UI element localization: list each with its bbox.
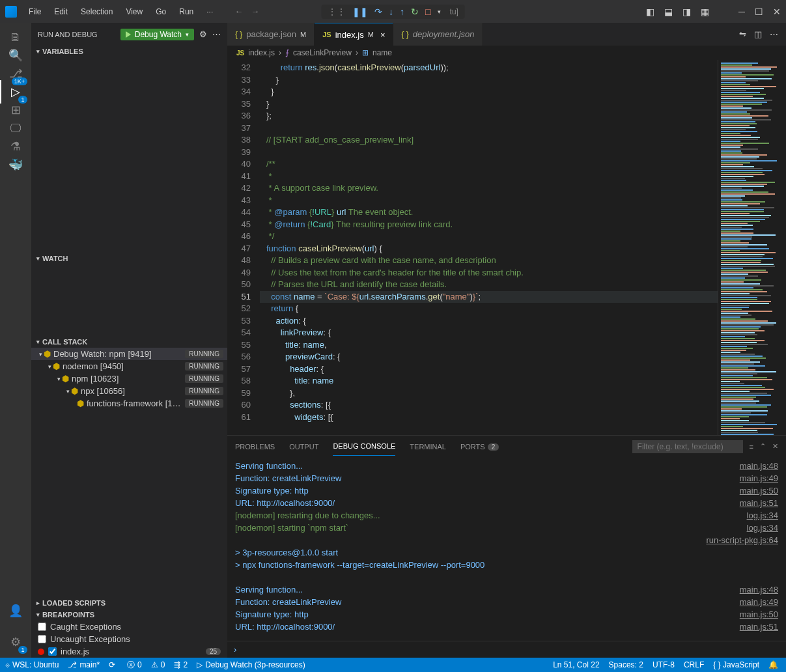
panel-tab-ports[interactable]: PORTS2	[460, 438, 499, 456]
layout-grid-icon[interactable]: ▦	[701, 7, 709, 17]
loaded-scripts-section-header[interactable]: ▸LOADED SCRIPTS	[31, 597, 227, 609]
stop-icon[interactable]: □	[425, 7, 430, 17]
drag-handle-icon[interactable]: ⋮⋮	[328, 7, 346, 17]
step-out-icon[interactable]: ↑	[400, 7, 404, 17]
menu-file[interactable]: File	[23, 5, 46, 19]
code-area[interactable]: 3233343536373839404142434445464748495051…	[227, 60, 786, 435]
source-link[interactable]: run-script-pkg.js:64	[706, 534, 778, 546]
maximize-icon[interactable]: ☐	[755, 7, 763, 17]
accounts-icon[interactable]: 👤	[7, 602, 25, 620]
remote-explorer-icon[interactable]: 🖵	[7, 119, 25, 137]
minimap[interactable]	[718, 60, 786, 435]
search-icon[interactable]: 🔍	[7, 46, 25, 64]
panel-tab-output[interactable]: OUTPUT	[289, 438, 318, 456]
panel-tab-debug-console[interactable]: DEBUG CONSOLE	[333, 437, 395, 456]
bp-uncaught-exceptions[interactable]: Uncaught Exceptions	[31, 633, 227, 645]
statusbar-item[interactable]: { } JavaScript	[713, 660, 759, 669]
debug-console-filter[interactable]	[632, 440, 743, 453]
menu-view[interactable]: View	[120, 5, 148, 19]
statusbar-item[interactable]: ⇶2	[174, 660, 188, 671]
pause-icon[interactable]: ❚❚	[352, 7, 368, 17]
source-control-icon[interactable]: ⎇1K+	[7, 64, 25, 83]
callstack-row[interactable]: ▾ ⬢Debug Watch: npm [9419]RUNNING	[31, 348, 227, 360]
code-content[interactable]: return res.json(caseLinkPreview(parsedUr…	[260, 60, 718, 435]
gear-icon[interactable]: ⚙	[199, 29, 207, 39]
statusbar-item[interactable]: ⎇main*	[68, 660, 100, 671]
callstack-row[interactable]: ▾ ⬢npx [10656]RUNNING	[31, 385, 227, 397]
source-link[interactable]: main.js:50	[740, 484, 778, 497]
explorer-icon[interactable]: 🗎	[7, 28, 25, 46]
settings-icon[interactable]: ⚙1	[7, 633, 25, 651]
more-actions-icon[interactable]: ⋯	[770, 29, 778, 39]
source-link[interactable]: log.js:34	[747, 522, 778, 534]
statusbar-item[interactable]: Ln 51, Col 22	[553, 660, 599, 669]
tab-package.json[interactable]: { }package.jsonM	[227, 23, 315, 46]
extensions-icon[interactable]: ⊞	[7, 101, 25, 119]
docker-icon[interactable]: 🐳	[7, 156, 25, 174]
statusbar-item[interactable]: ⟳	[109, 660, 118, 671]
breadcrumb[interactable]: JS index.js› ⨍ caseLinkPreview› ⊞ name	[227, 46, 786, 60]
callstack-row[interactable]: ⬢functions-framework [106…RUNNING	[31, 397, 227, 410]
step-over-icon[interactable]: ↷	[374, 7, 382, 17]
panel-tab-terminal[interactable]: TERMINAL	[410, 438, 446, 456]
menu-edit[interactable]: Edit	[49, 5, 73, 19]
callstack-row[interactable]: ▾ ⬢nodemon [9450]RUNNING	[31, 360, 227, 372]
bp-caught-exceptions[interactable]: Caught Exceptions	[31, 621, 227, 633]
source-link[interactable]: main.js:51	[740, 497, 778, 509]
statusbar-item[interactable]: ⟐WSL: Ubuntu	[5, 660, 59, 671]
variables-section-header[interactable]: ▾VARIABLES	[31, 46, 227, 57]
compare-changes-icon[interactable]: ⇋	[739, 29, 746, 39]
debug-console-input[interactable]: ›	[227, 641, 786, 658]
source-link[interactable]: main.js:48	[740, 460, 778, 472]
source-link[interactable]: log.js:34	[747, 509, 778, 522]
menu-go[interactable]: Go	[150, 5, 171, 19]
statusbar-item[interactable]: UTF-8	[653, 660, 675, 669]
menu-selection[interactable]: Selection	[76, 5, 118, 19]
debug-console-output[interactable]: Serving function...main.js:48Function: c…	[227, 457, 786, 641]
statusbar-item[interactable]: Spaces: 2	[609, 660, 643, 669]
source-link[interactable]: main.js:49	[740, 596, 778, 608]
layout-bottom-icon[interactable]: ⬓	[664, 7, 673, 17]
statusbar-item[interactable]: 🔔	[768, 660, 781, 669]
callstack-row[interactable]: ▾ ⬢npm [10623]RUNNING	[31, 372, 227, 385]
close-icon[interactable]: ✕	[773, 7, 781, 17]
chevron-up-icon[interactable]: ⌃	[760, 442, 766, 451]
command-center-text[interactable]: tu]	[450, 7, 458, 16]
bp-file-checkbox[interactable]	[48, 647, 57, 656]
tab-index.js[interactable]: JSindex.jsM×	[315, 23, 393, 46]
nav-back-icon[interactable]: ←	[234, 7, 243, 16]
run-debug-icon[interactable]: ▷1	[7, 83, 25, 101]
statusbar-item[interactable]: ⚠0	[151, 660, 165, 671]
source-link[interactable]: main.js:50	[740, 608, 778, 621]
menu-···[interactable]: ···	[201, 5, 218, 19]
debug-dropdown-icon[interactable]: ▾	[438, 8, 441, 15]
source-link[interactable]: main.js:48	[740, 583, 778, 596]
step-into-icon[interactable]: ↓	[389, 7, 393, 17]
menu-run[interactable]: Run	[174, 5, 199, 19]
restart-icon[interactable]: ↻	[411, 7, 419, 17]
close-tab-icon[interactable]: ×	[380, 30, 386, 40]
source-link[interactable]: main.js:51	[740, 621, 778, 633]
bp-file-indexjs[interactable]: index.js 25	[31, 645, 227, 658]
nav-forward-icon[interactable]: →	[251, 7, 259, 16]
bp-caught-checkbox[interactable]	[38, 623, 46, 631]
minimize-icon[interactable]: ─	[738, 7, 745, 17]
statusbar-item[interactable]: ⓧ0	[127, 660, 142, 671]
more-icon[interactable]: ⋯	[212, 29, 221, 39]
testing-icon[interactable]: ⚗	[7, 137, 25, 156]
layout-right-icon[interactable]: ◨	[682, 7, 691, 17]
tab-deployment.json[interactable]: { }deployment.json	[393, 23, 483, 46]
callstack-section-header[interactable]: ▾CALL STACK	[31, 336, 227, 348]
watch-section-header[interactable]: ▾WATCH	[31, 253, 227, 264]
source-link[interactable]: main.js:49	[740, 472, 778, 484]
split-editor-icon[interactable]: ◫	[754, 29, 762, 39]
layout-left-icon[interactable]: ◧	[646, 7, 654, 17]
breakpoints-section-header[interactable]: ▾BREAKPOINTS	[31, 609, 227, 621]
panel-tab-problems[interactable]: PROBLEMS	[235, 438, 275, 456]
statusbar-item[interactable]: ▷Debug Watch (3p-resources)	[197, 660, 305, 671]
close-panel-icon[interactable]: ✕	[772, 442, 778, 451]
statusbar-item[interactable]: CRLF	[684, 660, 704, 669]
start-debug-button[interactable]: Debug Watch ▾	[120, 29, 194, 40]
word-wrap-icon[interactable]: ≡	[750, 443, 753, 451]
bp-uncaught-checkbox[interactable]	[38, 635, 46, 643]
